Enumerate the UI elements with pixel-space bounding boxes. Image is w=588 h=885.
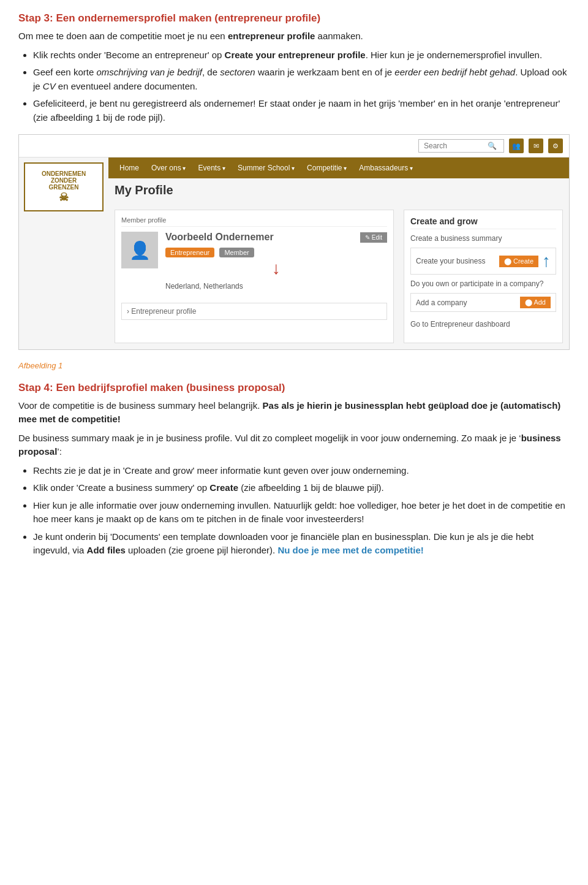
grow-row-dashboard: Go to Entrepreneur dashboard [410, 317, 556, 332]
profile-name-row: Voorbeeld Ondernemer ✎ Edit [165, 232, 387, 243]
search-icon: 🔍 [488, 142, 497, 150]
step4-bullet-4: Je kunt onderin bij 'Documents' een temp… [33, 530, 570, 558]
grow-row-business-summary: Create a business summary [410, 234, 556, 243]
country-text: Nederland, Netherlands [165, 282, 387, 291]
grow-row-do-you-own: Do you own or participate in a company? [410, 279, 556, 288]
badge-row: Entrepreneur Member [165, 246, 387, 257]
navbar: Home Over ons Events Summer School Compe… [108, 158, 569, 178]
profile-panel-title: Member profile [121, 216, 387, 227]
search-box[interactable]: 🔍 [418, 139, 504, 153]
highlight-compete: Nu doe je mee met de competitie! [277, 545, 423, 555]
step4-title: Stap 4: Een bedrijfsprofiel maken (busin… [18, 382, 570, 394]
logo-nav-row: ONDERNEMEN ZONDER GRENZEN ☠ Home Over on… [19, 158, 569, 349]
step3-bullet-2: Geef een korte omschrijving van je bedri… [33, 66, 570, 93]
nav-events[interactable]: Events [193, 161, 230, 175]
nav-summer-school[interactable]: Summer School [233, 161, 300, 175]
profile-name: Voorbeeld Ondernemer [165, 232, 274, 243]
step3-bullet-1: Klik rechts onder 'Become an entrepreneu… [33, 48, 570, 63]
grow-label-business-summary: Create a business summary [410, 234, 556, 243]
step3-bullet-3: Gefeliciteerd, je bent nu geregistreerd … [33, 97, 570, 124]
grow-row-create-business: Create your business ⬤ Create ↑ [410, 248, 556, 275]
logo-line1: ONDERNEMEN [42, 170, 86, 177]
blue-arrow-icon: ↑ [542, 251, 551, 271]
member-profile-panel: Member profile 👤 Voorbeeld Ondernemer ✎ … [115, 210, 394, 343]
grow-title: Create and grow [410, 216, 556, 229]
profile-inner: 👤 Voorbeeld Ondernemer ✎ Edit Entreprene… [121, 232, 387, 291]
avatar: 👤 [121, 232, 158, 268]
topbar: 🔍 👥 ✉ ⚙ [19, 135, 569, 158]
profile-content: Member profile 👤 Voorbeeld Ondernemer ✎ … [108, 203, 569, 349]
nav-competitie[interactable]: Competitie [302, 161, 352, 175]
nav-area: Home Over ons Events Summer School Compe… [108, 158, 569, 349]
step4-bullet-2: Klik onder 'Create a business summery' o… [33, 481, 570, 495]
logo-icon: ☠ [59, 191, 69, 204]
add-button[interactable]: ⬤ Add [520, 297, 551, 308]
create-business-action: ⬤ Create ↑ [499, 251, 551, 271]
step4-bullet-3: Hier kun je alle informatie over jouw on… [33, 499, 570, 526]
envelope-icon-btn[interactable]: ✉ [529, 139, 543, 153]
my-profile-heading: My Profile [115, 183, 569, 197]
logo: ONDERNEMEN ZONDER GRENZEN ☠ [24, 162, 104, 211]
badge-entrepreneur: Entrepreneur [165, 248, 214, 257]
create-button[interactable]: ⬤ Create [499, 256, 538, 267]
badge-member: Member [219, 248, 254, 257]
nav-over-ons[interactable]: Over ons [146, 161, 190, 175]
search-input[interactable] [424, 142, 485, 150]
step3-intro: Om mee te doen aan de competitie moet je… [18, 29, 570, 44]
screenshot-block: 🔍 👥 ✉ ⚙ ONDERNEMEN ZONDER GRENZEN ☠ Home… [18, 134, 570, 350]
grow-row-add-company: Add a company ⬤ Add [410, 293, 556, 312]
red-arrow-icon: ↓ [272, 259, 281, 278]
logo-line3: GRENZEN [49, 184, 79, 191]
grow-label-do-you-own: Do you own or participate in a company? [410, 279, 556, 288]
step3-title: Stap 3: Een ondernemersprofiel maken (en… [18, 12, 570, 25]
edit-button[interactable]: ✎ Edit [360, 232, 387, 243]
create-and-grow-panel: Create and grow Create a business summar… [404, 210, 563, 343]
step4-bullet-1: Rechts zie je dat je in 'Create and grow… [33, 464, 570, 478]
logo-line2: ZONDER [51, 177, 77, 184]
profile-details: Voorbeeld Ondernemer ✎ Edit Entrepreneur… [165, 232, 387, 291]
gear-icon-btn[interactable]: ⚙ [548, 139, 563, 153]
step3-bullet-list: Klik rechts onder 'Become an entrepreneu… [33, 48, 570, 125]
step4-bullet-list: Rechts zie je dat je in 'Create and grow… [33, 464, 570, 558]
nav-ambassadeurs[interactable]: Ambassadeurs [354, 161, 418, 175]
grow-label-create-business: Create your business [416, 257, 485, 265]
people-icon-btn[interactable]: 👥 [509, 139, 524, 153]
step4-para1: Voor de competitie is de business summar… [18, 399, 570, 427]
entrepreneur-dashboard-link[interactable]: Go to Entrepreneur dashboard [410, 317, 556, 332]
caption: Afbeelding 1 [18, 360, 570, 372]
grow-label-add-company: Add a company [416, 298, 467, 307]
entrepreneur-profile-link[interactable]: › Entrepreneur profile [121, 303, 387, 320]
step4-para2: De business summary maak je in je busine… [18, 431, 570, 459]
nav-home[interactable]: Home [115, 161, 144, 175]
red-arrow-indicator: ↓ [165, 259, 387, 278]
